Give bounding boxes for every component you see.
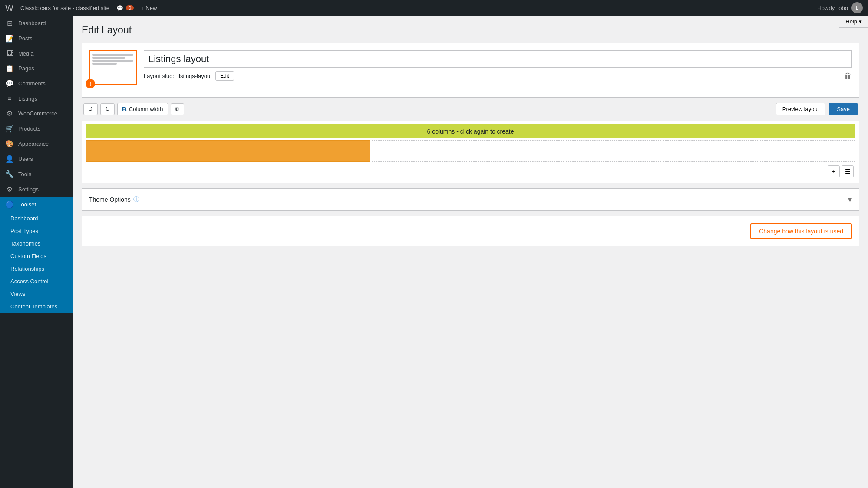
layout-name-input[interactable] xyxy=(144,50,852,68)
grid-add-row-button[interactable]: + xyxy=(828,165,840,177)
page-title: Edit Layout xyxy=(82,24,859,36)
app-body: ⊞ Dashboard 📝 Posts 🖼 Media 📋 Pages 💬 Co… xyxy=(0,16,868,488)
theme-options-header[interactable]: Theme Options ⓘ ▾ xyxy=(82,189,859,210)
change-layout-button[interactable]: Change how this layout is used xyxy=(750,223,852,239)
sidebar-item-users[interactable]: 👤 Users xyxy=(0,151,73,167)
grid-cell-empty-4[interactable] xyxy=(663,140,759,162)
grid-actions: + ☰ xyxy=(86,164,855,179)
grid-banner[interactable]: 6 columns - click again to create xyxy=(86,124,855,138)
help-button[interactable]: Help ▾ xyxy=(839,16,868,28)
preview-layout-button[interactable]: Preview layout xyxy=(776,103,826,115)
sidebar-item-woocommerce[interactable]: ⚙ WooCommerce xyxy=(0,106,73,121)
undo-icon: ↺ xyxy=(88,106,93,112)
layout-slug-row: Layout slug: listings-layout Edit 🗑 xyxy=(144,71,852,81)
products-icon: 🛒 xyxy=(5,124,14,133)
sidebar-item-products[interactable]: 🛒 Products xyxy=(0,121,73,136)
sidebar-submenu-item-post-types[interactable]: Post Types xyxy=(0,225,73,237)
woocommerce-icon: ⚙ xyxy=(5,109,14,118)
sidebar-submenu-item-access-control[interactable]: Access Control xyxy=(0,275,73,288)
column-width-button[interactable]: B Column width xyxy=(117,103,168,115)
submenu-item-label: Views xyxy=(10,291,25,297)
save-button[interactable]: Save xyxy=(829,103,858,115)
sidebar-item-dashboard[interactable]: ⊞ Dashboard xyxy=(0,16,73,31)
sidebar-submenu-item-custom-fields[interactable]: Custom Fields xyxy=(0,250,73,262)
listings-icon: ≡ xyxy=(5,95,14,102)
sidebar-item-listings[interactable]: ≡ Listings xyxy=(0,91,73,106)
grid-cell-main[interactable] xyxy=(86,140,370,162)
sidebar-submenu-item-views[interactable]: Views xyxy=(0,288,73,300)
layout-top-row: ! Layout slug: listings-layout Edit 🗑 xyxy=(89,50,852,85)
sidebar-submenu-item-taxonomies[interactable]: Taxonomies xyxy=(0,237,73,250)
sidebar-item-label: Listings xyxy=(18,95,37,102)
sidebar-item-label: Toolset xyxy=(18,201,36,208)
admin-bar-right: Howdy, lobo L xyxy=(817,2,863,13)
user-greeting: Howdy, lobo xyxy=(817,5,848,11)
submenu-item-label: Dashboard xyxy=(10,215,38,222)
sidebar-item-comments[interactable]: 💬 Comments xyxy=(0,76,73,91)
dashboard-icon: ⊞ xyxy=(5,19,14,27)
sidebar-item-appearance[interactable]: 🎨 Appearance xyxy=(0,136,73,151)
layout-header-card: ! Layout slug: listings-layout Edit 🗑 xyxy=(82,43,859,98)
thumb-line-1 xyxy=(92,54,133,56)
wp-logo-icon[interactable]: W xyxy=(5,3,13,13)
thumb-line-3 xyxy=(92,60,133,62)
comments-icon: 💬 xyxy=(5,79,14,88)
toolbar-right: Preview layout Save xyxy=(776,103,858,115)
delete-layout-button[interactable]: 🗑 xyxy=(844,72,852,81)
sidebar-item-label: Settings xyxy=(18,186,39,193)
grid-cell-empty-3[interactable] xyxy=(566,140,661,162)
sidebar-item-label: Media xyxy=(18,50,33,57)
sidebar-submenu-item-relationships[interactable]: Relationships xyxy=(0,262,73,275)
sidebar-item-settings[interactable]: ⚙ Settings xyxy=(0,182,73,197)
sidebar-item-label: Appearance xyxy=(18,141,49,147)
layout-notification-badge: ! xyxy=(86,79,95,88)
sidebar-submenu-item-content-templates[interactable]: Content Templates xyxy=(0,300,73,313)
comment-count: 0 xyxy=(126,5,134,10)
sidebar-item-label: Comments xyxy=(18,80,46,87)
grid-cell-empty-2[interactable] xyxy=(469,140,564,162)
theme-options-title: Theme Options ⓘ xyxy=(89,196,139,203)
redo-button[interactable]: ↻ xyxy=(100,103,115,115)
submenu-item-label: Relationships xyxy=(10,265,44,272)
comment-icon: 💬 xyxy=(116,5,123,11)
change-layout-section: Change how this layout is used xyxy=(82,216,859,246)
user-avatar[interactable]: L xyxy=(851,2,863,13)
admin-bar-left: W Classic cars for sale - classified sit… xyxy=(5,3,157,13)
sidebar: ⊞ Dashboard 📝 Posts 🖼 Media 📋 Pages 💬 Co… xyxy=(0,16,73,488)
sidebar-item-posts[interactable]: 📝 Posts xyxy=(0,31,73,46)
chevron-down-icon: ▾ xyxy=(859,18,862,25)
comments-link[interactable]: 💬 0 xyxy=(116,5,134,11)
media-icon: 🖼 xyxy=(5,49,14,57)
submenu-item-label: Custom Fields xyxy=(10,253,46,259)
sidebar-item-tools[interactable]: 🔧 Tools xyxy=(0,167,73,182)
submenu-item-label: Access Control xyxy=(10,278,48,285)
sidebar-item-pages[interactable]: 📋 Pages xyxy=(0,61,73,76)
layout-thumbnail: ! xyxy=(89,50,137,85)
sidebar-submenu-item-dashboard[interactable]: Dashboard xyxy=(0,212,73,225)
grid-cell-empty-5[interactable] xyxy=(760,140,855,162)
sidebar-item-label: Users xyxy=(18,156,33,162)
sidebar-item-label: Tools xyxy=(18,171,31,177)
sidebar-item-label: WooCommerce xyxy=(18,110,57,117)
grid-list-button[interactable]: ☰ xyxy=(842,165,854,177)
site-name[interactable]: Classic cars for sale - classified site xyxy=(20,5,109,11)
admin-bar: W Classic cars for sale - classified sit… xyxy=(0,0,868,16)
copy-button[interactable]: ⧉ xyxy=(171,103,184,115)
main-content: Edit Layout ! Layout slug: listings-layo… xyxy=(73,16,868,488)
sidebar-item-toolset[interactable]: 🔵 Toolset xyxy=(0,197,73,212)
toolset-submenu: Dashboard Post Types Taxonomies Custom F… xyxy=(0,212,73,313)
list-icon: ☰ xyxy=(845,168,851,175)
submenu-item-label: Post Types xyxy=(10,228,38,234)
undo-button[interactable]: ↺ xyxy=(83,103,98,115)
thumb-line-2 xyxy=(92,57,125,59)
grid-cell-empty-1[interactable] xyxy=(372,140,467,162)
thumb-line-4 xyxy=(92,63,117,65)
sidebar-item-media[interactable]: 🖼 Media xyxy=(0,46,73,61)
grid-row xyxy=(86,140,855,162)
copy-icon: ⧉ xyxy=(175,106,179,113)
slug-edit-button[interactable]: Edit xyxy=(215,71,234,81)
new-content-button[interactable]: + New xyxy=(141,5,157,11)
posts-icon: 📝 xyxy=(5,34,14,43)
sidebar-item-label: Products xyxy=(18,125,40,132)
editor-toolbar: ↺ ↻ B Column width ⧉ Preview layout Save xyxy=(82,103,859,115)
